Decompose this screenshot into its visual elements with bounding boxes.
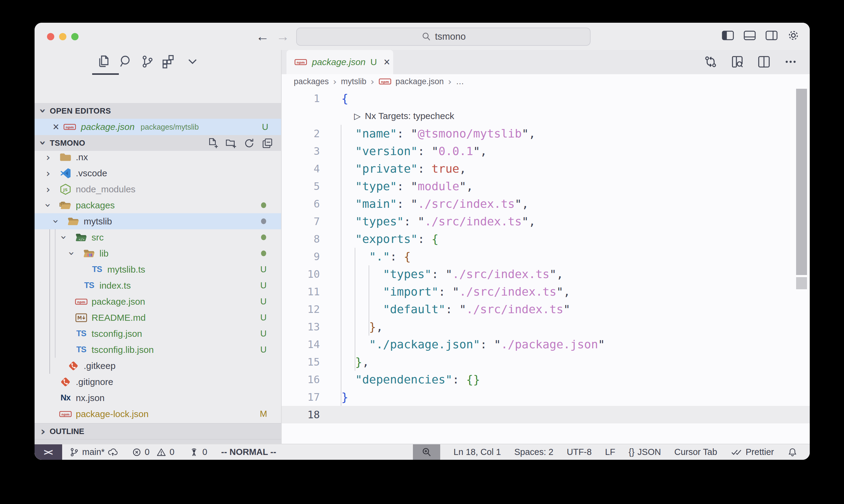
open-preview-icon[interactable] xyxy=(730,55,744,69)
open-editors-header[interactable]: › OPEN EDITORS xyxy=(35,103,281,119)
cursor-position-status[interactable]: Ln 18, Col 1 xyxy=(453,447,501,457)
search-value: tsmono xyxy=(435,31,466,42)
explorer-files-icon[interactable] xyxy=(96,54,111,69)
search-view-icon[interactable] xyxy=(119,54,133,69)
breadcrumb-symbol[interactable]: … xyxy=(456,77,464,86)
navigate-forward-icon[interactable]: → xyxy=(276,28,290,44)
new-file-icon[interactable] xyxy=(207,138,219,149)
notifications-bell-icon[interactable] xyxy=(787,447,798,457)
code-line-7[interactable]: 7 "types": "./src/index.ts", xyxy=(282,213,810,230)
editor-scrollbar[interactable] xyxy=(796,89,807,275)
more-views-chevron-icon[interactable] xyxy=(185,54,200,69)
toggle-panel-icon[interactable] xyxy=(743,30,756,41)
code-text: } xyxy=(341,388,348,406)
encoding-status[interactable]: UTF-8 xyxy=(567,447,591,457)
formatter-status[interactable]: Prettier xyxy=(730,447,774,457)
tab-bar: npm package.json U × xyxy=(282,50,810,74)
code-line-14[interactable]: 14 "./package.json": "./package.json" xyxy=(282,336,810,353)
code-line-16[interactable]: 16 "dependencies": {} xyxy=(282,371,810,388)
tree-item-tsconfig-json[interactable]: TStsconfig.jsonU xyxy=(35,326,281,342)
code-line-2[interactable]: 2 "name": "@tsmono/mytslib", xyxy=(282,125,810,142)
breadcrumb-packages[interactable]: packages xyxy=(294,77,329,86)
code-line-12[interactable]: 12 "default": "./src/index.ts" xyxy=(282,301,810,318)
tree-item-index-ts[interactable]: TSindex.tsU xyxy=(35,277,281,293)
open-editor-item[interactable]: × npm package.json packages/mytslib U xyxy=(35,119,281,135)
tree-item-node-modules[interactable]: ›JSnode_modules xyxy=(35,181,281,197)
code-line-3[interactable]: 3 "version": "0.0.1", xyxy=(282,142,810,160)
tree-item--gitkeep[interactable]: .gitkeep xyxy=(35,358,281,374)
scrollbar-decoration xyxy=(796,277,807,289)
cursor-tab-status[interactable]: Cursor Tab xyxy=(674,447,717,457)
close-editor-icon[interactable]: × xyxy=(53,121,59,133)
code-line-9[interactable]: 9 ".": { xyxy=(282,248,810,265)
code-line-4[interactable]: 4 "private": true, xyxy=(282,160,810,178)
remote-indicator[interactable]: >< xyxy=(35,444,62,460)
tree-item-packages[interactable]: ›packages xyxy=(35,197,281,213)
eol-status[interactable]: LF xyxy=(605,447,616,457)
code-text: }, xyxy=(341,318,383,336)
refresh-explorer-icon[interactable] xyxy=(243,138,255,149)
navigate-back-icon[interactable]: ← xyxy=(256,28,269,44)
code-line-6[interactable]: 6 "main": "./src/index.ts", xyxy=(282,195,810,213)
tree-item-nx-json[interactable]: Nxnx.json xyxy=(35,390,281,406)
tree-item--vscode[interactable]: ›.vscode xyxy=(35,165,281,181)
sync-cloud-icon xyxy=(108,447,118,457)
split-editor-icon[interactable] xyxy=(757,55,771,69)
svg-text:npm: npm xyxy=(381,80,389,84)
settings-gear-icon[interactable] xyxy=(787,30,800,41)
tree-item-readme-md[interactable]: MREADME.mdU xyxy=(35,309,281,326)
code-line-17[interactable]: 17} xyxy=(282,388,810,406)
collapse-folders-icon[interactable] xyxy=(262,138,273,149)
tree-item-mytslib[interactable]: ›mytslib xyxy=(35,213,281,229)
extensions-icon[interactable] xyxy=(161,54,176,69)
screencast-zoom-box[interactable] xyxy=(413,444,440,460)
code-line-1[interactable]: 1{ xyxy=(282,90,810,107)
tree-item-label: .vscode xyxy=(76,168,107,178)
line-number: 2 xyxy=(282,125,320,142)
git-branch-status[interactable]: main* xyxy=(69,447,118,457)
problems-status[interactable]: 0 0 xyxy=(132,447,174,457)
code-line-15[interactable]: 15 }, xyxy=(282,353,810,371)
tree-item--nx[interactable]: ›.nx xyxy=(35,149,281,165)
code-line-8[interactable]: 8 "exports": { xyxy=(282,230,810,248)
indentation-status[interactable]: Spaces: 2 xyxy=(514,447,553,457)
tab-close-icon[interactable]: × xyxy=(383,56,390,69)
more-actions-icon[interactable] xyxy=(784,55,798,69)
toggle-primary-sidebar-icon[interactable] xyxy=(721,30,735,41)
source-control-icon[interactable] xyxy=(140,54,155,69)
code-area[interactable]: 1{▷Nx Targets: typecheck2 "name": "@tsmo… xyxy=(282,90,810,444)
code-line-10[interactable]: 10 "types": "./src/index.ts", xyxy=(282,265,810,283)
tree-item-mytslib-ts[interactable]: TSmytslib.tsU xyxy=(35,262,281,277)
tree-item-label: src xyxy=(91,232,104,242)
code-line-5[interactable]: 5 "type": "module", xyxy=(282,178,810,195)
search-icon xyxy=(421,32,431,42)
code-line-11[interactable]: 11 "import": "./src/index.ts", xyxy=(282,283,810,301)
tree-item-package-json[interactable]: npmpackage.jsonU xyxy=(35,293,281,309)
breadcrumb-package-json[interactable]: package.json xyxy=(396,77,444,86)
codelens-nx-targets[interactable]: ▷Nx Targets: typecheck xyxy=(354,107,810,125)
code-line-13[interactable]: 13 }, xyxy=(282,318,810,336)
workspace-header[interactable]: › TSMONO xyxy=(35,135,281,151)
tree-item-src[interactable]: ›</>src xyxy=(35,229,281,245)
macos-maximize-button[interactable] xyxy=(71,33,79,40)
tab-package-json[interactable]: npm package.json U × xyxy=(287,50,393,74)
macos-close-button[interactable] xyxy=(47,33,54,40)
new-folder-icon[interactable] xyxy=(225,138,237,149)
command-center-search[interactable]: tsmono xyxy=(296,28,590,46)
open-changes-icon[interactable] xyxy=(704,55,718,69)
tree-item-package-lock-json[interactable]: npmpackage-lock.jsonM xyxy=(35,406,281,422)
macos-minimize-button[interactable] xyxy=(59,33,66,40)
tree-item--gitignore[interactable]: .gitignore xyxy=(35,374,281,390)
ports-status[interactable]: 0 xyxy=(189,447,207,457)
spaces-label: Spaces: 2 xyxy=(514,447,553,457)
vim-mode-indicator[interactable]: -- NORMAL -- xyxy=(221,447,276,457)
vim-mode-label: -- NORMAL -- xyxy=(221,447,276,457)
outline-section[interactable]: › OUTLINE xyxy=(35,423,281,439)
language-mode-status[interactable]: {} JSON xyxy=(628,447,661,457)
tree-item-lib[interactable]: ›lib xyxy=(35,245,281,262)
toggle-secondary-sidebar-icon[interactable] xyxy=(765,30,778,41)
breadcrumb-mytslib[interactable]: mytslib xyxy=(341,77,366,86)
tree-item-tsconfig-lib-json[interactable]: TStsconfig.lib.jsonU xyxy=(35,342,281,358)
code-line-18[interactable]: 18 xyxy=(282,406,810,424)
code-text: { xyxy=(341,90,348,107)
